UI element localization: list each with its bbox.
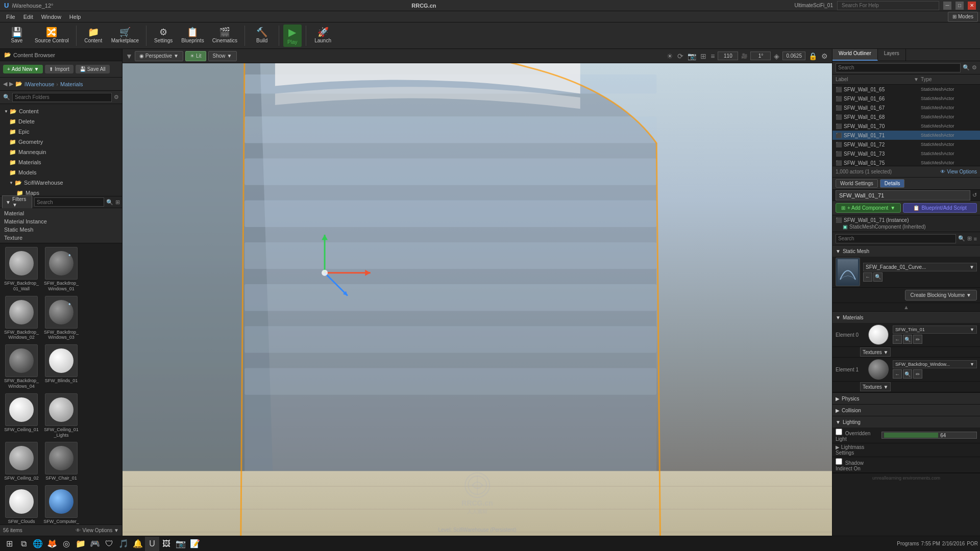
tree-item-maps[interactable]: 📁 Maps	[0, 188, 122, 196]
details-search-input[interactable]	[836, 234, 956, 243]
source-control-button[interactable]: 🔀 Source Control	[32, 24, 72, 47]
viewport-icon-1[interactable]: ☀	[666, 51, 674, 61]
window-minimize-button[interactable]: ─	[943, 2, 951, 10]
tab-layers[interactable]: Layers	[878, 49, 906, 61]
tree-item-scifiwarehouse[interactable]: ▼ 📂 ScifiWarehouse	[0, 178, 122, 188]
mat-1-reset-btn[interactable]: ←	[893, 369, 902, 379]
mat-0-browse-btn[interactable]: 🔍	[903, 335, 912, 344]
build-button[interactable]: 🔨 Build	[249, 24, 275, 47]
mat-1-browse-btn[interactable]: 🔍	[903, 369, 912, 379]
settings-button[interactable]: ⚙ Settings	[151, 24, 176, 47]
menu-window[interactable]: Window	[37, 13, 65, 21]
instance-item-main[interactable]: ⬛ SFW_Wall_01_71 (Instance)	[836, 217, 977, 223]
forward-button[interactable]: ▶	[9, 81, 13, 87]
viewport-icon-7[interactable]: 🔒	[807, 51, 818, 61]
play-button[interactable]: ▶ Play	[283, 24, 301, 47]
asset-item[interactable]: SFW_Clouds	[2, 484, 41, 524]
asset-search-input[interactable]	[34, 197, 104, 207]
taskbar-edge[interactable]: 🌐	[31, 537, 45, 551]
element-1-value[interactable]: SFW_Backdrop_Window... ▼	[893, 360, 977, 368]
outliner-item-65[interactable]: ⬛ SFW_Wall_01_65 StaticMeshActor	[832, 85, 980, 94]
taskbar-app7[interactable]: 📷	[174, 537, 188, 551]
taskbar-chrome[interactable]: ◎	[59, 537, 74, 551]
tree-item-materials[interactable]: 📁 Materials	[0, 157, 122, 167]
outliner-item-72[interactable]: ⬛ SFW_Wall_01_72 StaticMeshActor	[832, 140, 980, 149]
outliner-item-71[interactable]: ⬛ SFW_Wall_01_71 StaticMeshActor	[832, 131, 980, 140]
actor-name-reset-icon[interactable]: ↺	[972, 192, 977, 198]
taskbar-app4[interactable]: 🎵	[116, 537, 131, 551]
filter-dropdown-button[interactable]: ▼ Filters ▼	[2, 195, 32, 209]
perspective-button[interactable]: ◉ Perspective ▼	[135, 51, 183, 61]
outliner-search-input[interactable]	[836, 63, 961, 72]
outliner-item-70[interactable]: ⬛ SFW_Wall_01_70 StaticMeshActor	[832, 121, 980, 131]
collision-section-header[interactable]: ▶ Collision	[832, 405, 980, 416]
mesh-action-arrow-btn[interactable]: ←	[863, 272, 872, 282]
filter-type-static-mesh[interactable]: Static Mesh	[4, 226, 118, 234]
folder-settings-icon[interactable]: ⚙	[114, 94, 119, 101]
tree-item-mannequin[interactable]: 📁 Mannequin	[0, 147, 122, 157]
viewport-icon-4[interactable]: ⊞	[699, 51, 707, 61]
asset-item[interactable]: SFW_Blinds_01	[42, 343, 81, 391]
asset-item[interactable]: SFW_Ceiling_02	[2, 440, 41, 483]
asset-item[interactable]: ✦ SFW_Backdrop_Windows_01	[42, 245, 81, 293]
asset-item[interactable]: SFW_Backdrop_01_Wall	[2, 245, 41, 293]
taskbar-firefox[interactable]: 🦊	[45, 537, 59, 551]
instance-item-child[interactable]: ▣ StaticMeshComponent (Inherited)	[836, 223, 977, 230]
tree-item-geometry[interactable]: 📁 Geometry	[0, 137, 122, 147]
outliner-item-66[interactable]: ⬛ SFW_Wall_01_66 StaticMeshActor	[832, 94, 980, 103]
blueprint-add-script-button[interactable]: 📋 Blueprint/Add Script	[903, 203, 977, 213]
import-button[interactable]: ⬆ Import	[45, 65, 73, 73]
folder-search-input[interactable]	[12, 93, 112, 102]
section-expand-arrow[interactable]: ▲	[832, 303, 980, 311]
world-settings-tab[interactable]: World Settings	[836, 179, 878, 188]
details-tab[interactable]: Details	[880, 179, 905, 188]
add-new-button[interactable]: + Add New ▼	[3, 65, 43, 73]
filter-type-texture[interactable]: Texture	[4, 234, 118, 242]
outliner-item-75[interactable]: ⬛ SFW_Wall_01_75 StaticMeshActor	[832, 158, 980, 166]
outliner-item-67[interactable]: ⬛ SFW_Wall_01_67 StaticMeshActor	[832, 103, 980, 112]
mat-0-edit-btn[interactable]: ✏	[913, 335, 922, 344]
window-maximize-button[interactable]: □	[955, 2, 964, 10]
taskbar-app1[interactable]: 📁	[74, 537, 88, 551]
marketplace-button[interactable]: 🛒 Marketplace	[108, 24, 142, 47]
create-blocking-volume-button[interactable]: Create Blocking Volume ▼	[905, 290, 977, 300]
viewport-icon-2[interactable]: ⟳	[676, 51, 684, 61]
search-help-input[interactable]	[837, 1, 939, 10]
tab-world-outliner[interactable]: World Outliner	[832, 49, 878, 61]
blueprints-button[interactable]: 📋 Blueprints	[178, 24, 207, 47]
tree-item-content[interactable]: ▼ 📂 Content	[0, 106, 122, 116]
mesh-action-browse-btn[interactable]: 🔍	[873, 272, 883, 282]
breadcrumb-iwarehouse[interactable]: iWarehouse	[24, 81, 54, 87]
asset-item[interactable]: SFW_Ceiling_01_Lights	[42, 392, 81, 440]
viewport-icon-8[interactable]: ⚙	[820, 51, 829, 61]
window-close-button[interactable]: ✕	[968, 2, 976, 10]
filter-type-material-instance[interactable]: Material Instance	[4, 217, 118, 226]
viewport-icon-5[interactable]: ≡	[709, 51, 716, 61]
menu-file[interactable]: File	[2, 13, 19, 21]
element-0-value[interactable]: SFW_Trim_01 ▼	[893, 325, 977, 334]
menu-help[interactable]: Help	[65, 13, 85, 21]
tree-item-delete[interactable]: 📁 Delete	[0, 116, 122, 127]
asset-item[interactable]: SFW_Backdrop_Windows_02	[2, 294, 41, 342]
materials-section-header[interactable]: ▼ Materials	[832, 312, 980, 323]
asset-item[interactable]: ✦ SFW_Backdrop_Windows_03	[42, 294, 81, 342]
details-view-options-icon[interactable]: ⊞	[967, 235, 972, 242]
asset-item[interactable]: SFW_Chair_01	[42, 440, 81, 483]
element-0-textures-dropdown[interactable]: Textures ▼	[860, 347, 891, 357]
shadow-indirect-checkbox[interactable]	[836, 458, 842, 465]
menu-edit[interactable]: Edit	[19, 13, 37, 21]
static-mesh-section-header[interactable]: ▼ Static Mesh	[832, 245, 980, 257]
mat-1-edit-btn[interactable]: ✏	[913, 369, 922, 379]
show-button[interactable]: Show ▼	[208, 51, 237, 61]
mat-0-reset-btn[interactable]: ←	[893, 335, 902, 344]
physics-section-header[interactable]: ▶ Physics	[832, 393, 980, 404]
taskbar-app5[interactable]: 🔔	[131, 537, 145, 551]
taskbar-app3[interactable]: 🛡	[102, 537, 116, 551]
save-all-button[interactable]: 💾 Save All	[76, 65, 110, 73]
static-mesh-value[interactable]: SFW_Facade_01_Curve... ▼	[863, 263, 977, 271]
taskbar-start[interactable]: ⊞	[2, 537, 16, 551]
tree-item-epic[interactable]: 📁 Epic	[0, 127, 122, 137]
lighting-section-header[interactable]: ▼ Lighting	[832, 416, 980, 428]
asset-item[interactable]: SFW_Computer_01	[42, 484, 81, 524]
selected-actor-input[interactable]	[836, 190, 970, 201]
